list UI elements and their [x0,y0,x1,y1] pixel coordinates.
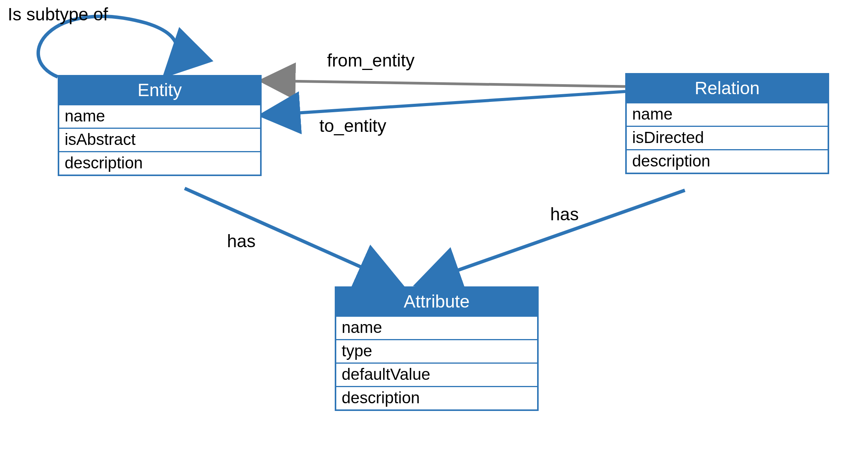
label-subtype: Is subtype of [8,4,108,25]
entity-attr-2: description [59,151,260,175]
entity-attr-1: isAbstract [59,128,260,151]
edge-to-entity [262,91,625,115]
entity-attr-0: name [59,104,260,128]
attribute-attr-3: description [336,386,537,409]
relation-attr-1: isDirected [627,126,828,149]
attribute-title: Attribute [336,288,537,316]
relation-attr-0: name [627,102,828,126]
entity-box[interactable]: Entity name isAbstract description [58,75,262,176]
attribute-attr-0: name [336,316,537,339]
er-diagram: Entity name isAbstract description Relat… [0,0,868,459]
attribute-attr-2: defaultValue [336,363,537,386]
edge-has-left [185,188,400,284]
label-has-left: has [227,231,255,251]
relation-attr-2: description [627,149,828,173]
label-has-right: has [550,204,579,225]
label-from-entity: from_entity [327,50,415,71]
label-to-entity: to_entity [319,115,386,136]
attribute-box[interactable]: Attribute name type defaultValue descrip… [335,286,539,411]
edge-subtype [38,17,177,77]
attribute-attr-1: type [336,339,537,363]
relation-title: Relation [627,75,828,102]
relation-box[interactable]: Relation name isDirected description [625,73,829,174]
edge-from-entity [262,81,625,86]
entity-title: Entity [59,76,260,104]
